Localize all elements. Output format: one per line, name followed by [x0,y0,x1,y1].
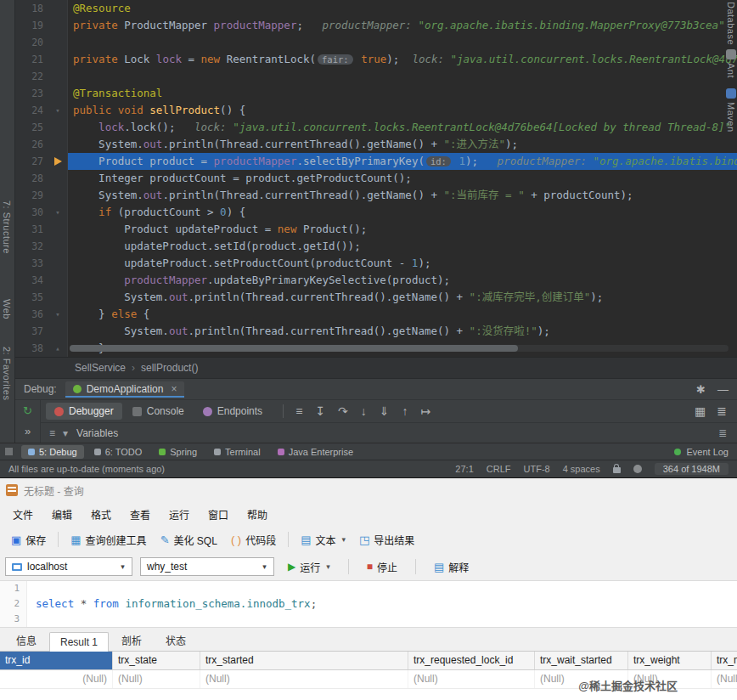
show-execution-point-icon[interactable]: ↧ [315,404,325,418]
code-text[interactable]: productMapper.updateByPrimaryKeySelectiv… [68,272,737,289]
code-text[interactable]: Product product = productMapper.selectBy… [68,153,737,170]
hamburger-menu-icon[interactable]: ≡ [295,404,302,418]
caret-position[interactable]: 27:1 [455,464,473,474]
line-separator[interactable]: CRLF [487,464,511,474]
sql-text[interactable] [27,612,36,627]
step-out-icon[interactable]: ↑ [402,404,408,418]
code-text[interactable]: private ProductMapper productMapper; pro… [68,17,737,34]
code-text[interactable]: System.out.println(Thread.currentThread(… [68,323,737,340]
tab-debugger[interactable]: Debugger [46,403,122,420]
code-text[interactable]: updateProduct.setProductCount(productCou… [68,255,737,272]
code-snippet-button[interactable]: ( )代码段 [225,529,282,550]
toolwindow-switcher-icon[interactable] [5,448,13,455]
stop-button[interactable]: ■ 停止 [361,556,403,578]
event-log-button[interactable]: Event Log [674,447,732,457]
code-text[interactable]: public void sellProduct() { [68,102,737,119]
step-into-icon[interactable]: ↓ [361,404,367,418]
code-text[interactable]: @Transactional [68,85,737,102]
export-format-button[interactable]: ▤文本▾ [295,529,352,550]
breadcrumb-item-sellservice[interactable]: SellService [75,362,126,374]
threads-list-icon[interactable]: ≡ [49,427,55,439]
tab-console[interactable]: Console [124,403,193,420]
menu-[interactable]: 文件 [3,503,42,526]
column-header-trx-state[interactable]: trx_state [113,652,200,669]
code-text[interactable] [68,68,737,85]
code-text[interactable] [68,34,737,51]
toolwindow-tab-java-enterprise[interactable]: Java Enterprise [271,445,360,459]
debug-session-tab[interactable]: DemoApplication × [65,381,185,398]
toolwindow-tab-5-debug[interactable]: 5: Debug [21,445,84,459]
code-text[interactable]: System.out.println(Thread.currentThread(… [68,289,737,306]
sql-text[interactable]: select * from information_schema.innodb_… [27,596,317,612]
column-header-trx-mysql-thread-id[interactable]: trx_mysql_thread_id [712,652,737,669]
menu-[interactable]: 格式 [82,503,121,526]
column-header-trx-wait-started[interactable]: trx_wait_started [535,652,628,669]
sql-editor[interactable]: 12select * from information_schema.innod… [0,580,737,628]
code-text[interactable]: @Resource [68,0,737,17]
rerun-icon[interactable]: ↻ [23,404,32,417]
toolwindow-button-database[interactable]: Database [726,2,736,45]
toolwindow-tab-6-todo[interactable]: 6: TODO [87,445,149,459]
fold-icon[interactable]: ▾ [55,102,59,119]
explain-button[interactable]: ▤ 解释 [428,556,475,578]
breadcrumb-item-sellproduct[interactable]: sellProduct() [141,362,198,374]
toolwindow-button-ant[interactable]: Ant [726,49,736,78]
layout-settings-icon[interactable]: ≣ [717,404,727,418]
column-header-trx-requested-lock-id[interactable]: trx_requested_lock_id [408,652,535,669]
save-button[interactable]: ▣保存 [5,529,52,550]
cell-trx-started[interactable]: (Null) [200,670,408,688]
column-header-trx-id[interactable]: trx_id [0,652,113,669]
export-result-button[interactable]: ◳导出结果 [353,529,420,550]
code-text[interactable]: System.out.println(Thread.currentThread(… [68,136,737,153]
sql-text[interactable] [27,581,36,596]
indent-style[interactable]: 4 spaces [563,464,600,474]
result-tab-[interactable]: 信息 [5,629,48,651]
scrollbar-thumb[interactable] [70,345,518,352]
more-options-icon[interactable]: » [25,425,31,438]
query-builder-button[interactable]: ▦查询创建工具 [65,529,152,550]
menu-[interactable]: 帮助 [238,503,277,526]
lock-icon[interactable] [613,467,621,473]
fold-icon[interactable]: ▾ [55,204,59,221]
force-step-into-icon[interactable]: ⇓ [380,404,390,418]
panel-options-icon[interactable]: ≣ [718,427,727,439]
cell-trx-id[interactable]: (Null) [0,670,113,688]
code-text[interactable]: lock.lock(); lock: "java.util.concurrent… [68,119,737,136]
run-to-cursor-icon[interactable]: ↦ [421,404,431,418]
toolwindow-tab-spring[interactable]: Spring [152,445,204,459]
connection-select[interactable]: localhost ▾ [5,557,132,576]
toolwindow-button-2-favorites[interactable]: 2: Favorites [2,347,12,400]
menu-[interactable]: 编辑 [42,503,82,526]
code-text[interactable]: Product updateProduct = new Product(); [68,221,737,238]
result-tab-result-1[interactable]: Result 1 [49,632,109,652]
run-button[interactable]: ▶ 运行 ▾ [282,556,336,578]
column-header-trx-weight[interactable]: trx_weight [628,652,712,669]
toolwindow-button-web[interactable]: Web [2,299,12,319]
step-over-icon[interactable]: ↷ [338,404,348,418]
code-text[interactable]: System.out.println(Thread.currentThread(… [68,187,737,204]
tab-endpoints[interactable]: Endpoints [194,403,271,420]
fold-icon[interactable]: ▴ [55,340,59,357]
hide-panel-icon[interactable]: — [717,383,729,396]
cell-trx-requested-lock-id[interactable]: (Null) [408,670,535,688]
fold-icon[interactable]: ▾ [55,306,59,323]
code-text[interactable]: updateProduct.setId(product.getId()); [68,238,737,255]
code-text[interactable]: Integer productCount = product.getProduc… [68,170,737,187]
code-text[interactable]: } else { [68,306,737,323]
highlighting-level-icon[interactable] [633,465,642,473]
menu-[interactable]: 运行 [160,503,199,526]
settings-gear-icon[interactable]: ✱ [696,383,706,396]
toolwindow-button-7-structure[interactable]: 7: Structure [2,200,12,254]
close-icon[interactable]: × [171,383,177,395]
cell-trx-mysql-thread-id[interactable]: (Null) [712,670,737,688]
beautify-sql-button[interactable]: ✎美化 SQL [155,529,223,550]
result-tab-[interactable]: 剖析 [110,629,153,651]
menu-[interactable]: 查看 [121,503,160,526]
expand-icon[interactable]: ▾ [63,427,68,439]
database-select[interactable]: why_test ▾ [140,557,274,576]
menu-[interactable]: 窗口 [199,503,238,526]
toolwindow-tab-terminal[interactable]: Terminal [207,445,267,459]
horizontal-scrollbar[interactable] [70,345,729,352]
toolwindow-button-maven[interactable]: Maven [726,88,736,133]
code-editor[interactable]: 18@Resource19private ProductMapper produ… [15,0,737,357]
